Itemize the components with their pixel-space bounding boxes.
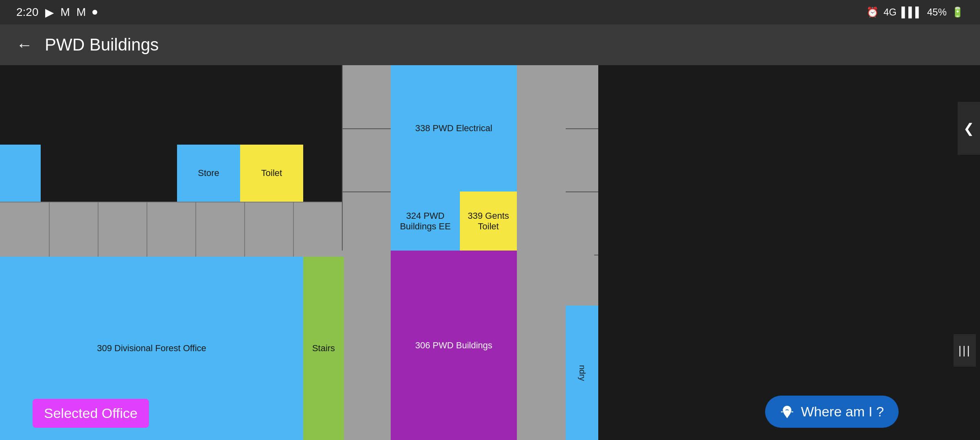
data-icon: 4G — [884, 7, 897, 18]
alarm-icon: ⏰ — [866, 7, 879, 18]
mail-icon: M — [61, 6, 70, 19]
sep3 — [147, 202, 147, 257]
chevron-icon: ❮ — [963, 121, 974, 136]
sep4 — [195, 202, 196, 257]
mail2-icon: M — [77, 6, 86, 19]
nav-bars-button[interactable]: ||| — [954, 334, 976, 367]
status-bar: 2:20 ▶ M M ⏰ 4G ▌▌▌ 45% 🔋 — [0, 0, 980, 24]
room-stairs[interactable]: Stairs — [303, 257, 344, 440]
room-pwd-ee[interactable]: 324 PWD Buildings EE — [391, 191, 460, 251]
gray-right-stairs — [344, 257, 391, 440]
dark-top-left — [0, 65, 342, 145]
map-container: Store Toilet 338 PWD Electrical 324 PWD … — [0, 65, 980, 440]
room-store[interactable]: Store — [177, 145, 240, 202]
room-306-pwd[interactable]: 306 PWD Buildings — [391, 251, 517, 440]
bars-icon: ||| — [958, 344, 971, 357]
location-icon — [780, 405, 794, 419]
app-bar: ← PWD Buildings — [0, 24, 980, 65]
where-am-i-button[interactable]: Where am I ? — [765, 396, 899, 428]
battery-display: 45% — [927, 7, 947, 18]
chevron-nav-button[interactable]: ❮ — [958, 102, 980, 155]
battery-icon: 🔋 — [952, 7, 964, 18]
room-gents-toilet[interactable]: 339 Gents Toilet — [460, 191, 517, 251]
gray-mid-row — [0, 202, 342, 257]
sep2 — [98, 202, 98, 257]
signal-icon: ▌▌▌ — [901, 7, 922, 18]
time-display: 2:20 — [16, 6, 39, 19]
status-icons: ⏰ 4G ▌▌▌ 45% 🔋 — [866, 7, 964, 18]
right-wall — [517, 65, 566, 440]
room-blue-left[interactable] — [0, 145, 41, 202]
sep6 — [293, 202, 294, 257]
youtube-icon: ▶ — [45, 6, 54, 19]
selected-office-label[interactable]: Selected Office — [33, 399, 149, 428]
notification-dot — [92, 10, 97, 15]
back-button[interactable]: ← — [16, 36, 33, 54]
laundry-label: ndry — [578, 365, 587, 381]
status-left: 2:20 ▶ M M — [16, 6, 97, 19]
row-sep-top — [0, 202, 342, 202]
app-title: PWD Buildings — [45, 35, 159, 55]
room-pwd-electrical[interactable]: 338 PWD Electrical — [391, 65, 517, 191]
room-toilet[interactable]: Toilet — [240, 145, 303, 202]
sep5 — [244, 202, 245, 257]
room-laundry[interactable]: ndry — [566, 306, 598, 440]
where-am-i-label: Where am I ? — [801, 404, 884, 420]
sep1 — [49, 202, 50, 257]
